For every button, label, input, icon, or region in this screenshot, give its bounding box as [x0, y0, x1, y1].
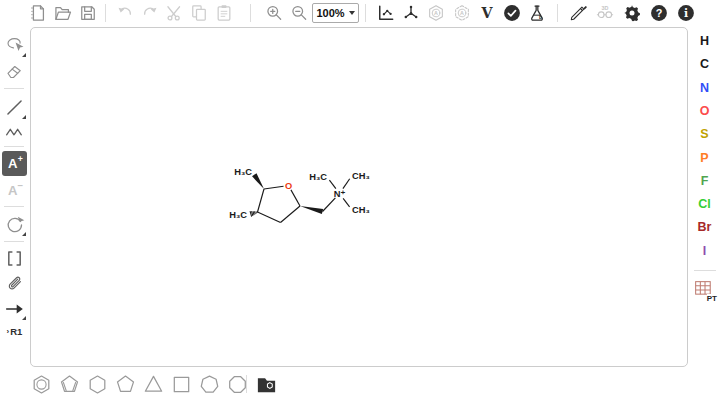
check-structure-button[interactable]	[500, 1, 524, 25]
cyclopentadiene-template-button[interactable]	[57, 372, 81, 396]
svg-text:?: ?	[656, 7, 663, 19]
cip-icon: V	[477, 3, 497, 23]
bond-wedge[interactable]	[300, 206, 323, 214]
help-icon: ?	[649, 3, 669, 23]
panel-divider	[694, 270, 716, 271]
bond-single[interactable]	[329, 180, 335, 189]
template-library-icon	[255, 373, 278, 396]
rgroup-label: R1	[10, 326, 22, 337]
cyclohexane-template-button[interactable]	[85, 372, 109, 396]
svg-text:i: i	[684, 7, 688, 20]
bond-single[interactable]	[258, 189, 265, 212]
cyclopropane-template-button[interactable]	[141, 372, 165, 396]
about-icon: i	[676, 3, 696, 23]
bond-single[interactable]	[281, 206, 301, 223]
reaction-arrow-button[interactable]	[2, 296, 27, 321]
recognize-button[interactable]	[566, 1, 590, 25]
cut-icon	[165, 3, 185, 23]
zoom-out-button[interactable]	[287, 1, 311, 25]
atom-label[interactable]: N⁺	[334, 189, 346, 199]
new-button[interactable]	[26, 1, 50, 25]
bond-single[interactable]	[291, 190, 300, 206]
layout-button[interactable]	[374, 1, 398, 25]
bond-single[interactable]	[343, 179, 350, 189]
atom-label[interactable]: H₃C	[309, 172, 327, 182]
redo-button	[138, 1, 162, 25]
atom-label[interactable]: CH₃	[352, 205, 370, 215]
toolbar-divider	[365, 4, 366, 22]
select-lasso-button[interactable]	[2, 33, 27, 58]
save-button[interactable]	[76, 1, 100, 25]
zoom-out-icon	[289, 3, 309, 23]
erase-button[interactable]	[2, 58, 27, 83]
chain-button[interactable]	[2, 119, 27, 144]
zoom-select-dropdown[interactable]: 100%	[312, 3, 359, 23]
atom-cl-button[interactable]: Cl	[689, 194, 720, 214]
atom-label[interactable]: H₃C	[229, 210, 247, 220]
periodic-table-button[interactable]: PT	[692, 278, 717, 303]
atom-o-button[interactable]: O	[689, 101, 720, 121]
atom-br-button[interactable]: Br	[689, 217, 720, 237]
atom-n-button[interactable]: N	[689, 78, 720, 98]
atom-label[interactable]: O	[285, 181, 292, 191]
drawing-canvas[interactable]: OH₃CH₃CN⁺H₃CCH₃CH₃	[30, 27, 688, 367]
calculate-cip-button[interactable]: V	[475, 1, 499, 25]
atom-label[interactable]: CH₃	[352, 171, 370, 181]
help-button[interactable]: ?	[647, 1, 671, 25]
bond-single[interactable]	[264, 186, 284, 189]
svg-text:−: −	[18, 180, 24, 191]
toolbar-divider	[4, 206, 24, 207]
top-toolbar: 100%AAVb3D?i	[0, 0, 720, 27]
bond-single[interactable]	[323, 198, 336, 212]
svg-text:A: A	[8, 183, 18, 198]
bond-wedge[interactable]	[252, 173, 264, 189]
zoom-in-button[interactable]	[262, 1, 286, 25]
rgroup-label-button[interactable]: ›R1	[2, 319, 27, 344]
cyclopropane-icon	[142, 373, 165, 396]
atom-s-button[interactable]: S	[689, 124, 720, 144]
charge-plus-button[interactable]: A+	[2, 151, 27, 176]
benzene-icon	[30, 373, 53, 396]
open-button[interactable]	[51, 1, 75, 25]
dearomatize-button[interactable]: A	[450, 1, 474, 25]
svg-text:A: A	[460, 10, 464, 16]
charge-plus-icon: A+	[4, 153, 25, 174]
svg-text:V: V	[480, 5, 493, 21]
transform-rotate-button[interactable]	[2, 212, 27, 237]
atom-c-button[interactable]: C	[689, 54, 720, 74]
charge-minus-button[interactable]: A−	[2, 178, 27, 203]
check-structure-icon	[502, 3, 522, 23]
paste-button	[212, 1, 236, 25]
sgroup-button[interactable]	[2, 246, 27, 271]
bond-single[interactable]	[343, 198, 349, 207]
molecule-editor-app: 100%AAVb3D?i A+A−›R1 OH₃CH₃CN⁺H₃CCH₃CH₃ …	[0, 0, 720, 400]
calculated-values-button[interactable]: b	[525, 1, 549, 25]
bond-hash[interactable]	[250, 211, 258, 216]
settings-button[interactable]	[620, 1, 644, 25]
template-library-button[interactable]	[254, 372, 278, 396]
aromatize-button[interactable]: A	[424, 1, 448, 25]
miniature-3d-button[interactable]: 3D	[593, 1, 617, 25]
analyse-flask-icon: b	[527, 3, 547, 23]
attach-button[interactable]	[2, 271, 27, 296]
benzene-template-button[interactable]	[29, 372, 53, 396]
bond-single[interactable]	[258, 212, 281, 223]
clean-up-button[interactable]	[399, 1, 423, 25]
atom-f-button[interactable]: F	[689, 171, 720, 191]
atom-h-button[interactable]: H	[689, 31, 720, 51]
cyclobutane-template-button[interactable]	[169, 372, 193, 396]
eraser-icon	[4, 60, 25, 81]
cycloheptane-template-button[interactable]	[197, 372, 221, 396]
save-icon	[78, 3, 98, 23]
atom-label[interactable]: H₃C	[234, 167, 252, 177]
bond-single-button[interactable]	[2, 95, 27, 120]
open-folder-icon	[53, 3, 73, 23]
miniature-3d-icon: 3D	[595, 3, 615, 23]
molecule-structure: OH₃CH₃CN⁺H₃CCH₃CH₃	[31, 28, 687, 366]
atom-p-button[interactable]: P	[689, 148, 720, 168]
clean-up-icon	[401, 3, 421, 23]
atom-i-button[interactable]: I	[689, 241, 720, 261]
about-button[interactable]: i	[674, 1, 698, 25]
cyclopentane-template-button[interactable]	[113, 372, 137, 396]
svg-text:A: A	[434, 10, 438, 16]
